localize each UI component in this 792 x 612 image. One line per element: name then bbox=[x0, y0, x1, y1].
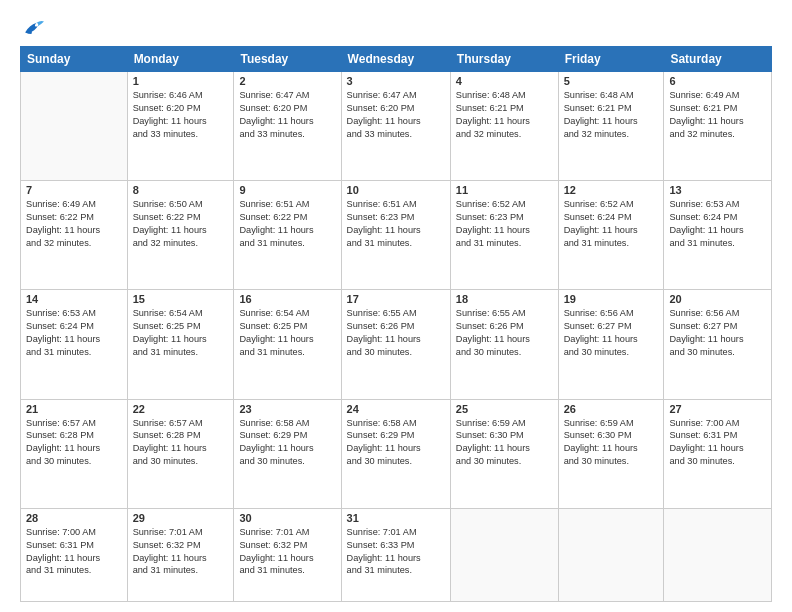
day-info: Sunrise: 6:56 AMSunset: 6:27 PMDaylight:… bbox=[669, 307, 766, 359]
day-info: Sunrise: 6:57 AMSunset: 6:28 PMDaylight:… bbox=[133, 417, 229, 469]
calendar-table: SundayMondayTuesdayWednesdayThursdayFrid… bbox=[20, 46, 772, 602]
calendar-cell: 10Sunrise: 6:51 AMSunset: 6:23 PMDayligh… bbox=[341, 181, 450, 290]
calendar-cell bbox=[558, 508, 664, 601]
day-info: Sunrise: 6:51 AMSunset: 6:22 PMDaylight:… bbox=[239, 198, 335, 250]
day-info: Sunrise: 6:46 AMSunset: 6:20 PMDaylight:… bbox=[133, 89, 229, 141]
day-info: Sunrise: 6:59 AMSunset: 6:30 PMDaylight:… bbox=[456, 417, 553, 469]
calendar-header-row: SundayMondayTuesdayWednesdayThursdayFrid… bbox=[21, 47, 772, 72]
weekday-header-monday: Monday bbox=[127, 47, 234, 72]
day-info: Sunrise: 7:00 AMSunset: 6:31 PMDaylight:… bbox=[669, 417, 766, 469]
day-number: 20 bbox=[669, 293, 766, 305]
calendar-cell: 6Sunrise: 6:49 AMSunset: 6:21 PMDaylight… bbox=[664, 72, 772, 181]
calendar-cell: 23Sunrise: 6:58 AMSunset: 6:29 PMDayligh… bbox=[234, 399, 341, 508]
calendar-cell bbox=[21, 72, 128, 181]
calendar-cell: 24Sunrise: 6:58 AMSunset: 6:29 PMDayligh… bbox=[341, 399, 450, 508]
day-info: Sunrise: 6:48 AMSunset: 6:21 PMDaylight:… bbox=[456, 89, 553, 141]
day-number: 18 bbox=[456, 293, 553, 305]
day-number: 21 bbox=[26, 403, 122, 415]
calendar-cell: 16Sunrise: 6:54 AMSunset: 6:25 PMDayligh… bbox=[234, 290, 341, 399]
day-info: Sunrise: 6:48 AMSunset: 6:21 PMDaylight:… bbox=[564, 89, 659, 141]
calendar-cell: 15Sunrise: 6:54 AMSunset: 6:25 PMDayligh… bbox=[127, 290, 234, 399]
day-info: Sunrise: 6:53 AMSunset: 6:24 PMDaylight:… bbox=[26, 307, 122, 359]
day-number: 12 bbox=[564, 184, 659, 196]
calendar-cell: 1Sunrise: 6:46 AMSunset: 6:20 PMDaylight… bbox=[127, 72, 234, 181]
weekday-header-tuesday: Tuesday bbox=[234, 47, 341, 72]
calendar-cell: 26Sunrise: 6:59 AMSunset: 6:30 PMDayligh… bbox=[558, 399, 664, 508]
weekday-header-saturday: Saturday bbox=[664, 47, 772, 72]
calendar-cell: 8Sunrise: 6:50 AMSunset: 6:22 PMDaylight… bbox=[127, 181, 234, 290]
day-info: Sunrise: 6:51 AMSunset: 6:23 PMDaylight:… bbox=[347, 198, 445, 250]
day-info: Sunrise: 6:47 AMSunset: 6:20 PMDaylight:… bbox=[239, 89, 335, 141]
day-info: Sunrise: 6:55 AMSunset: 6:26 PMDaylight:… bbox=[347, 307, 445, 359]
calendar-cell: 20Sunrise: 6:56 AMSunset: 6:27 PMDayligh… bbox=[664, 290, 772, 399]
day-number: 23 bbox=[239, 403, 335, 415]
calendar-cell: 31Sunrise: 7:01 AMSunset: 6:33 PMDayligh… bbox=[341, 508, 450, 601]
weekday-header-thursday: Thursday bbox=[450, 47, 558, 72]
calendar-week-4: 21Sunrise: 6:57 AMSunset: 6:28 PMDayligh… bbox=[21, 399, 772, 508]
calendar-cell: 25Sunrise: 6:59 AMSunset: 6:30 PMDayligh… bbox=[450, 399, 558, 508]
day-number: 27 bbox=[669, 403, 766, 415]
calendar-week-2: 7Sunrise: 6:49 AMSunset: 6:22 PMDaylight… bbox=[21, 181, 772, 290]
weekday-header-friday: Friday bbox=[558, 47, 664, 72]
calendar-cell: 30Sunrise: 7:01 AMSunset: 6:32 PMDayligh… bbox=[234, 508, 341, 601]
day-info: Sunrise: 7:01 AMSunset: 6:32 PMDaylight:… bbox=[239, 526, 335, 578]
calendar-cell: 27Sunrise: 7:00 AMSunset: 6:31 PMDayligh… bbox=[664, 399, 772, 508]
day-info: Sunrise: 6:54 AMSunset: 6:25 PMDaylight:… bbox=[239, 307, 335, 359]
calendar-cell: 7Sunrise: 6:49 AMSunset: 6:22 PMDaylight… bbox=[21, 181, 128, 290]
day-info: Sunrise: 6:53 AMSunset: 6:24 PMDaylight:… bbox=[669, 198, 766, 250]
day-number: 10 bbox=[347, 184, 445, 196]
day-info: Sunrise: 6:55 AMSunset: 6:26 PMDaylight:… bbox=[456, 307, 553, 359]
page: SundayMondayTuesdayWednesdayThursdayFrid… bbox=[0, 0, 792, 612]
day-number: 11 bbox=[456, 184, 553, 196]
day-number: 26 bbox=[564, 403, 659, 415]
calendar-cell: 18Sunrise: 6:55 AMSunset: 6:26 PMDayligh… bbox=[450, 290, 558, 399]
day-info: Sunrise: 7:01 AMSunset: 6:32 PMDaylight:… bbox=[133, 526, 229, 578]
day-number: 15 bbox=[133, 293, 229, 305]
day-info: Sunrise: 6:50 AMSunset: 6:22 PMDaylight:… bbox=[133, 198, 229, 250]
day-number: 25 bbox=[456, 403, 553, 415]
calendar-cell: 9Sunrise: 6:51 AMSunset: 6:22 PMDaylight… bbox=[234, 181, 341, 290]
weekday-header-sunday: Sunday bbox=[21, 47, 128, 72]
day-info: Sunrise: 6:52 AMSunset: 6:23 PMDaylight:… bbox=[456, 198, 553, 250]
calendar-week-1: 1Sunrise: 6:46 AMSunset: 6:20 PMDaylight… bbox=[21, 72, 772, 181]
calendar-cell: 21Sunrise: 6:57 AMSunset: 6:28 PMDayligh… bbox=[21, 399, 128, 508]
day-info: Sunrise: 6:59 AMSunset: 6:30 PMDaylight:… bbox=[564, 417, 659, 469]
calendar-week-5: 28Sunrise: 7:00 AMSunset: 6:31 PMDayligh… bbox=[21, 508, 772, 601]
day-number: 3 bbox=[347, 75, 445, 87]
day-number: 22 bbox=[133, 403, 229, 415]
day-number: 17 bbox=[347, 293, 445, 305]
day-number: 29 bbox=[133, 512, 229, 524]
day-number: 13 bbox=[669, 184, 766, 196]
weekday-header-wednesday: Wednesday bbox=[341, 47, 450, 72]
day-number: 28 bbox=[26, 512, 122, 524]
day-number: 4 bbox=[456, 75, 553, 87]
day-number: 14 bbox=[26, 293, 122, 305]
day-number: 1 bbox=[133, 75, 229, 87]
calendar-cell: 22Sunrise: 6:57 AMSunset: 6:28 PMDayligh… bbox=[127, 399, 234, 508]
calendar-cell: 4Sunrise: 6:48 AMSunset: 6:21 PMDaylight… bbox=[450, 72, 558, 181]
calendar-cell: 11Sunrise: 6:52 AMSunset: 6:23 PMDayligh… bbox=[450, 181, 558, 290]
calendar-cell bbox=[664, 508, 772, 601]
day-number: 30 bbox=[239, 512, 335, 524]
day-number: 19 bbox=[564, 293, 659, 305]
calendar-week-3: 14Sunrise: 6:53 AMSunset: 6:24 PMDayligh… bbox=[21, 290, 772, 399]
logo-bird-icon bbox=[22, 18, 44, 36]
day-number: 9 bbox=[239, 184, 335, 196]
day-info: Sunrise: 7:01 AMSunset: 6:33 PMDaylight:… bbox=[347, 526, 445, 578]
day-number: 16 bbox=[239, 293, 335, 305]
calendar-cell: 3Sunrise: 6:47 AMSunset: 6:20 PMDaylight… bbox=[341, 72, 450, 181]
day-number: 8 bbox=[133, 184, 229, 196]
calendar-cell: 5Sunrise: 6:48 AMSunset: 6:21 PMDaylight… bbox=[558, 72, 664, 181]
calendar-cell: 29Sunrise: 7:01 AMSunset: 6:32 PMDayligh… bbox=[127, 508, 234, 601]
day-number: 2 bbox=[239, 75, 335, 87]
calendar-cell: 17Sunrise: 6:55 AMSunset: 6:26 PMDayligh… bbox=[341, 290, 450, 399]
calendar-cell: 12Sunrise: 6:52 AMSunset: 6:24 PMDayligh… bbox=[558, 181, 664, 290]
day-info: Sunrise: 6:49 AMSunset: 6:22 PMDaylight:… bbox=[26, 198, 122, 250]
calendar-cell: 28Sunrise: 7:00 AMSunset: 6:31 PMDayligh… bbox=[21, 508, 128, 601]
day-number: 31 bbox=[347, 512, 445, 524]
day-info: Sunrise: 6:57 AMSunset: 6:28 PMDaylight:… bbox=[26, 417, 122, 469]
day-number: 24 bbox=[347, 403, 445, 415]
day-number: 5 bbox=[564, 75, 659, 87]
day-info: Sunrise: 7:00 AMSunset: 6:31 PMDaylight:… bbox=[26, 526, 122, 578]
day-info: Sunrise: 6:52 AMSunset: 6:24 PMDaylight:… bbox=[564, 198, 659, 250]
